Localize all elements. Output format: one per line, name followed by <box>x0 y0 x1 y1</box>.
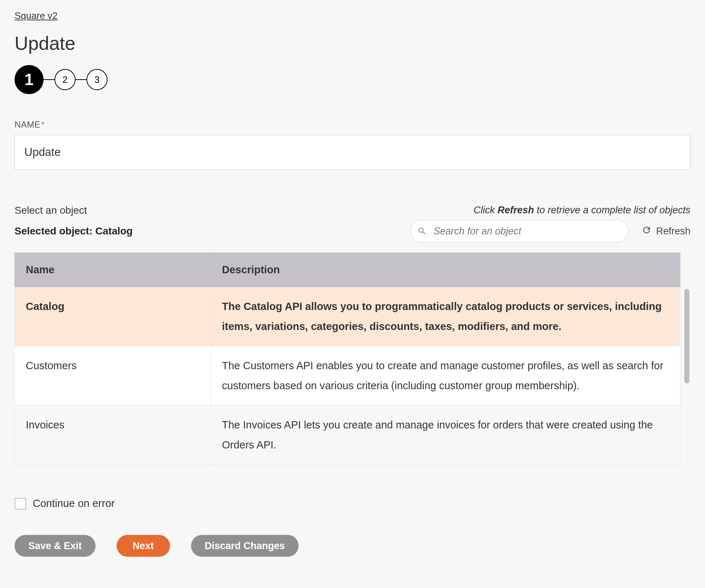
hint-bold: Refresh <box>498 205 534 216</box>
breadcrumb-link[interactable]: Square v2 <box>15 10 58 21</box>
cell-name: Customers <box>15 346 211 406</box>
cell-description: The Customers API enables you to create … <box>211 346 680 406</box>
cell-description: The Invoices API lets you create and man… <box>211 406 680 465</box>
refresh-button[interactable]: Refresh <box>641 225 690 238</box>
save-exit-button[interactable]: Save & Exit <box>15 535 96 557</box>
cell-name: Catalog <box>15 287 211 346</box>
next-button[interactable]: Next <box>117 535 170 557</box>
selected-object-value: Catalog <box>96 225 133 237</box>
required-asterisk: * <box>41 120 45 130</box>
select-object-label: Select an object <box>15 205 87 216</box>
cell-name: Invoices <box>15 406 211 465</box>
refresh-hint: Click Refresh to retrieve a complete lis… <box>474 205 690 216</box>
table-scrollbar[interactable] <box>683 253 690 472</box>
page-title: Update <box>15 32 690 54</box>
name-field-label: NAME* <box>15 120 690 130</box>
selected-object-prefix: Selected object: <box>15 225 96 237</box>
selected-object-label: Selected object: Catalog <box>15 225 133 237</box>
object-table: Name Description Catalog The Catalog API… <box>15 253 680 465</box>
search-icon <box>417 226 427 236</box>
table-row[interactable]: Catalog The Catalog API allows you to pr… <box>15 287 680 346</box>
step-2[interactable]: 2 <box>54 69 76 90</box>
continue-on-error-label: Continue on error <box>33 498 115 510</box>
step-3[interactable]: 3 <box>86 69 108 90</box>
continue-on-error-checkbox[interactable] <box>15 498 26 510</box>
step-1[interactable]: 1 <box>15 65 44 94</box>
column-header-description[interactable]: Description <box>211 253 680 287</box>
stepper: 1 2 3 <box>15 65 690 94</box>
column-header-name[interactable]: Name <box>15 253 211 287</box>
table-row[interactable]: Customers The Customers API enables you … <box>15 346 680 406</box>
hint-prefix: Click <box>474 205 498 216</box>
scroll-thumb[interactable] <box>684 289 689 383</box>
hint-suffix: to retrieve a complete list of objects <box>534 205 690 216</box>
table-row[interactable]: Invoices The Invoices API lets you creat… <box>15 406 680 465</box>
name-input[interactable] <box>15 135 690 170</box>
cell-description: The Catalog API allows you to programmat… <box>211 287 680 346</box>
stepper-line <box>44 79 54 80</box>
object-table-container: Name Description Catalog The Catalog API… <box>15 253 690 472</box>
search-input[interactable] <box>427 225 621 237</box>
discard-button[interactable]: Discard Changes <box>191 535 299 557</box>
name-label-text: NAME <box>15 120 40 130</box>
search-field[interactable] <box>410 220 628 242</box>
refresh-icon <box>641 225 652 238</box>
refresh-label: Refresh <box>656 226 690 237</box>
stepper-line <box>76 79 86 80</box>
